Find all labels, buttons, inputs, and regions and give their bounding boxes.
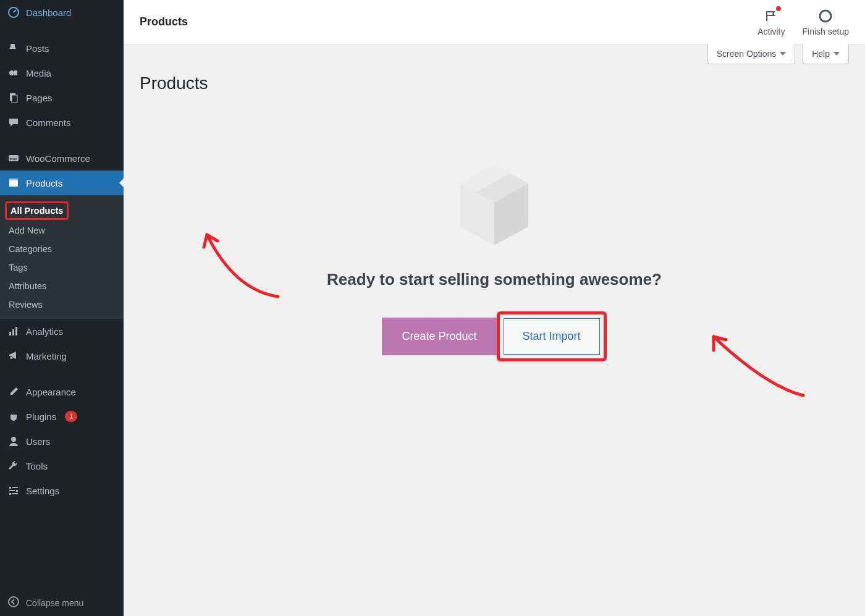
sidebar-item-label: Plugins bbox=[26, 411, 56, 422]
svg-rect-15 bbox=[16, 490, 18, 492]
admin-sidebar: Dashboard Posts Media Pages Comments woo… bbox=[0, 0, 124, 616]
collapse-label: Collapse menu bbox=[26, 598, 83, 608]
svg-rect-7 bbox=[9, 180, 18, 187]
help-tab[interactable]: Help bbox=[803, 44, 849, 64]
sidebar-item-dashboard[interactable]: Dashboard bbox=[0, 0, 124, 25]
inbox-flag-icon bbox=[763, 8, 779, 24]
svg-rect-13 bbox=[9, 487, 11, 489]
svg-rect-18 bbox=[12, 493, 18, 494]
screen-options-row: Screen Options Help bbox=[124, 44, 865, 64]
empty-state-heading: Ready to start selling something awesome… bbox=[124, 270, 865, 289]
activity-label: Activity bbox=[757, 27, 785, 36]
sidebar-item-label: Posts bbox=[26, 43, 49, 54]
sidebar-item-label: Users bbox=[26, 436, 50, 447]
settings-icon bbox=[7, 484, 20, 497]
svg-rect-10 bbox=[12, 329, 14, 335]
sidebar-item-posts[interactable]: Posts bbox=[0, 36, 124, 61]
collapse-menu-button[interactable]: Collapse menu bbox=[0, 589, 124, 616]
topbar: Products Activity Finish setup bbox=[124, 0, 865, 44]
activity-button[interactable]: Activity bbox=[757, 8, 785, 36]
products-submenu: All Products Add New Categories Tags Att… bbox=[0, 195, 124, 319]
annotation-highlight-all-products: All Products bbox=[5, 201, 69, 220]
start-import-button[interactable]: Start Import bbox=[504, 318, 600, 355]
submenu-item-add-new[interactable]: Add New bbox=[0, 221, 124, 240]
sidebar-item-comments[interactable]: Comments bbox=[0, 110, 124, 135]
collapse-icon bbox=[7, 596, 20, 610]
megaphone-icon bbox=[7, 350, 20, 362]
svg-point-1 bbox=[9, 70, 14, 75]
sidebar-item-products[interactable]: Products bbox=[0, 171, 124, 195]
empty-state: Ready to start selling something awesome… bbox=[124, 159, 865, 361]
screen-options-tab[interactable]: Screen Options bbox=[707, 44, 796, 64]
submenu-item-attributes[interactable]: Attributes bbox=[0, 277, 124, 295]
finish-setup-label: Finish setup bbox=[803, 27, 849, 36]
product-box-icon bbox=[451, 159, 538, 251]
dashboard-icon bbox=[7, 6, 20, 19]
svg-rect-14 bbox=[12, 487, 18, 488]
submenu-item-all-products[interactable]: All Products bbox=[11, 206, 63, 216]
sidebar-item-analytics[interactable]: Analytics bbox=[0, 319, 124, 344]
sidebar-item-tools[interactable]: Tools bbox=[0, 454, 124, 478]
svg-rect-4 bbox=[12, 95, 17, 103]
finish-setup-button[interactable]: Finish setup bbox=[803, 8, 849, 36]
comments-icon bbox=[7, 116, 20, 129]
submenu-item-categories[interactable]: Categories bbox=[0, 240, 124, 258]
sidebar-item-label: Tools bbox=[26, 461, 48, 471]
analytics-icon bbox=[7, 325, 20, 337]
sidebar-item-label: Dashboard bbox=[26, 7, 71, 18]
svg-point-19 bbox=[9, 597, 19, 607]
sidebar-item-media[interactable]: Media bbox=[0, 61, 124, 85]
pages-icon bbox=[7, 91, 20, 104]
chevron-down-icon bbox=[780, 52, 786, 56]
svg-point-20 bbox=[820, 11, 831, 22]
svg-rect-9 bbox=[9, 332, 11, 335]
create-product-button[interactable]: Create Product bbox=[382, 318, 496, 355]
annotation-highlight-start-import: Start Import bbox=[497, 311, 607, 361]
sidebar-item-marketing[interactable]: Marketing bbox=[0, 344, 124, 368]
sidebar-item-label: Comments bbox=[26, 117, 71, 128]
user-icon bbox=[7, 435, 20, 447]
sidebar-item-plugins[interactable]: Plugins 1 bbox=[0, 404, 124, 429]
woo-icon: woo bbox=[7, 152, 20, 164]
sidebar-item-label: Media bbox=[26, 68, 51, 78]
svg-rect-17 bbox=[9, 493, 11, 495]
submenu-item-reviews[interactable]: Reviews bbox=[0, 295, 124, 314]
sidebar-item-label: WooCommerce bbox=[26, 153, 90, 164]
notification-dot-icon bbox=[776, 6, 781, 11]
svg-rect-8 bbox=[9, 179, 18, 180]
sidebar-item-label: Pages bbox=[26, 93, 53, 103]
sidebar-item-label: Analytics bbox=[26, 326, 63, 337]
brush-icon bbox=[7, 386, 20, 398]
progress-circle-icon bbox=[817, 8, 833, 24]
svg-text:woo: woo bbox=[9, 157, 17, 161]
sidebar-item-label: Settings bbox=[26, 486, 59, 496]
sidebar-item-users[interactable]: Users bbox=[0, 429, 124, 454]
sidebar-item-label: Products bbox=[26, 178, 62, 188]
wrench-icon bbox=[7, 460, 20, 472]
svg-rect-11 bbox=[15, 327, 17, 335]
sidebar-item-woocommerce[interactable]: woo WooCommerce bbox=[0, 146, 124, 171]
svg-rect-2 bbox=[14, 70, 17, 75]
topbar-title: Products bbox=[140, 15, 188, 28]
plug-icon bbox=[7, 410, 20, 423]
pin-icon bbox=[7, 42, 20, 54]
page-heading: Products bbox=[124, 65, 865, 97]
main-content: Products Activity Finish setup Screen Op… bbox=[124, 0, 865, 616]
sidebar-item-appearance[interactable]: Appearance bbox=[0, 379, 124, 404]
svg-point-12 bbox=[11, 437, 16, 442]
sidebar-item-settings[interactable]: Settings bbox=[0, 478, 124, 503]
sidebar-item-label: Marketing bbox=[26, 351, 67, 361]
chevron-down-icon bbox=[833, 52, 840, 56]
products-icon bbox=[7, 177, 20, 189]
sidebar-item-label: Appearance bbox=[26, 387, 76, 397]
media-icon bbox=[7, 67, 20, 79]
plugins-update-badge: 1 bbox=[65, 411, 77, 422]
sidebar-item-pages[interactable]: Pages bbox=[0, 85, 124, 110]
submenu-item-tags[interactable]: Tags bbox=[0, 258, 124, 277]
svg-rect-16 bbox=[9, 490, 15, 491]
